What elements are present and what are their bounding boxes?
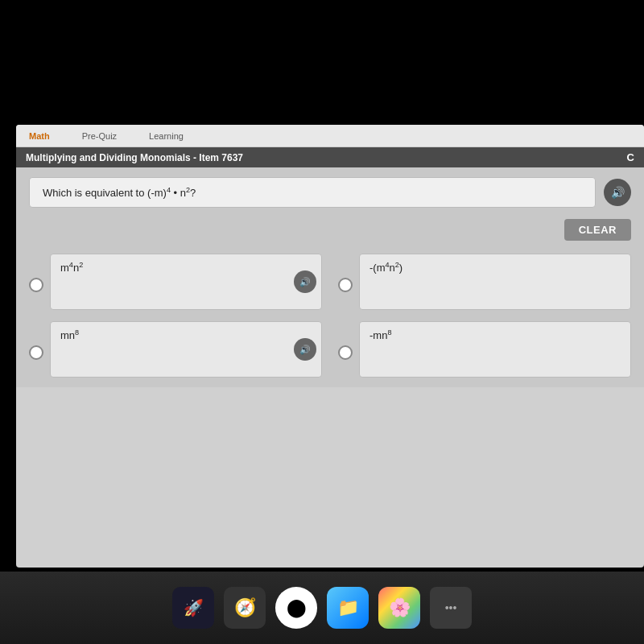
answer-item-c: mn8 🔊 (29, 321, 322, 378)
title-c-label: C (627, 151, 634, 163)
safari-icon: 🧭 (234, 597, 256, 618)
actions-row: CLEAR (29, 219, 631, 241)
answer-label-a: m4n2 (60, 261, 83, 274)
radio-b[interactable] (338, 278, 353, 292)
speaker-icon: 🔊 (611, 186, 625, 199)
radio-c[interactable] (29, 345, 43, 360)
content-area: Which is equivalent to (-m)4 • n2? 🔊 CLE… (16, 167, 644, 387)
photos-icon: 🌸 (389, 597, 411, 618)
radio-a[interactable] (29, 278, 43, 292)
question-speaker-button[interactable]: 🔊 (604, 179, 631, 206)
question-box: Which is equivalent to (-m)4 • n2? (29, 177, 596, 208)
answer-label-b: -(m4n2) (369, 261, 402, 274)
speaker-icon-c: 🔊 (299, 345, 311, 355)
dock-item-more[interactable]: ••• (430, 587, 472, 629)
answer-speaker-a[interactable]: 🔊 (294, 270, 316, 293)
answer-box-a: m4n2 🔊 (50, 254, 322, 310)
title-bar: Multiplying and Dividing Monomials - Ite… (16, 147, 644, 167)
rocket-icon: 🚀 (184, 598, 204, 617)
dock-item-finder[interactable]: 📁 (327, 587, 369, 629)
chrome-icon: ⬤ (287, 597, 307, 618)
dock-item-safari[interactable]: 🧭 (224, 587, 266, 629)
dock-item-photos[interactable]: 🌸 (378, 587, 420, 629)
nav-learning[interactable]: Learning (149, 131, 184, 141)
dock-item-chrome[interactable]: ⬤ (275, 587, 317, 629)
answer-item-b: -(m4n2) (338, 254, 631, 310)
answer-box-c: mn8 🔊 (50, 321, 322, 378)
nav-bar: Math Pre-Quiz Learning (16, 125, 644, 147)
answers-grid: m4n2 🔊 -(m4n2) mn8 🔊 (29, 254, 631, 378)
nav-prequiz[interactable]: Pre-Quiz (82, 131, 117, 141)
radio-d[interactable] (338, 345, 353, 360)
question-row: Which is equivalent to (-m)4 • n2? 🔊 (29, 177, 631, 208)
nav-math[interactable]: Math (29, 131, 50, 141)
answer-label-d: -mn8 (369, 328, 391, 341)
speaker-icon-a: 🔊 (299, 277, 311, 287)
clear-button[interactable]: CLEAR (564, 219, 631, 241)
taskbar: 🚀 🧭 ⬤ 📁 🌸 ••• (0, 572, 644, 644)
dock-item-rocket[interactable]: 🚀 (172, 587, 214, 629)
answer-item-a: m4n2 🔊 (29, 254, 322, 310)
answer-speaker-c[interactable]: 🔊 (294, 338, 316, 361)
answer-label-c: mn8 (60, 328, 79, 341)
answer-box-b: -(m4n2) (359, 254, 631, 310)
answer-item-d: -mn8 (338, 321, 631, 378)
page-title: Multiplying and Dividing Monomials - Ite… (26, 152, 243, 163)
more-icon: ••• (445, 601, 457, 614)
finder-icon: 📁 (337, 597, 359, 618)
answer-box-d: -mn8 (359, 321, 631, 378)
